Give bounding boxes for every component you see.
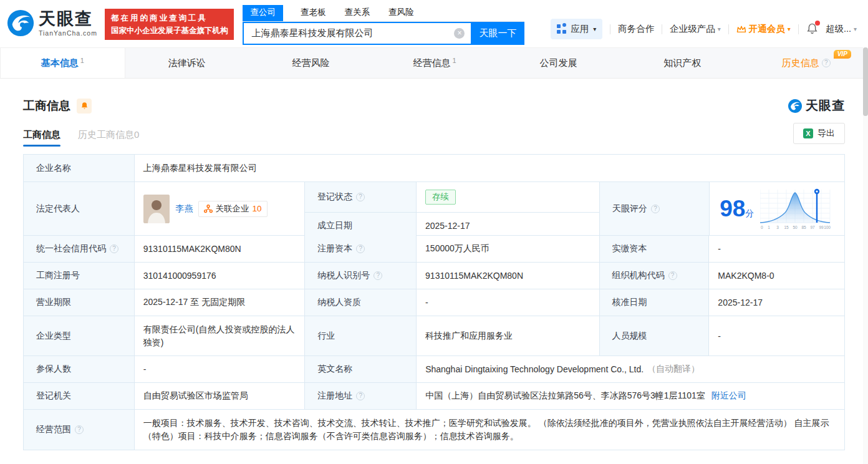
field-label: 营业期限	[24, 289, 135, 316]
tianyancha-logo[interactable]: 天眼查 TianYanCha.com	[6, 9, 97, 37]
watermark-text: 天眼查	[806, 97, 845, 114]
subscribe-bell-icon[interactable]	[77, 99, 92, 114]
top-header: 天眼查 TianYanCha.com 都在用的商业查询工具 国家中小企业发展子基…	[0, 0, 868, 47]
taxpayer-id-value: 91310115MAK2KQM80N	[417, 263, 600, 289]
related-count: 10	[253, 204, 262, 213]
taxpayer-quality-value: -	[417, 289, 600, 316]
field-label: 登记机关	[24, 383, 135, 409]
search-tab-risk[interactable]: 查风险	[387, 5, 415, 21]
field-label: 核准日期	[600, 289, 710, 316]
apps-grid-icon	[557, 24, 566, 34]
tab-intellectual-property[interactable]: 知识产权	[620, 48, 745, 78]
tab-operation-risk[interactable]: 经营风险	[249, 48, 373, 78]
tab-operation-info[interactable]: 经营信息1	[373, 48, 497, 78]
paid-capital-value: -	[709, 236, 844, 262]
business-info-table: 企业名称 上海鼎泰星科技发展有限公司 法定代表人 李燕	[23, 154, 845, 450]
header-nav: 应用 ▾ 商务合作 企业级产品 ▾ 开通会员 ▾ 超级... ▾	[551, 19, 857, 39]
legal-rep-avatar[interactable]	[143, 195, 170, 223]
svg-text:3: 3	[777, 225, 779, 230]
nav-open-vip[interactable]: 开通会员 ▾	[736, 23, 791, 35]
table-row: 企业名称 上海鼎泰星科技发展有限公司	[24, 155, 844, 182]
nearby-companies-link[interactable]: 附近公司	[711, 390, 746, 402]
field-label: 注册地址?	[305, 383, 417, 409]
vip-badge: VIP	[834, 50, 851, 59]
field-label: 行业	[305, 316, 417, 355]
chevron-down-icon: ▾	[788, 26, 791, 32]
help-icon[interactable]: ?	[110, 244, 118, 253]
scrollbar-thumb[interactable]	[863, 47, 868, 116]
company-name-value: 上海鼎泰星科技发展有限公司	[135, 155, 844, 181]
help-icon[interactable]: ?	[651, 205, 660, 213]
org-chart-icon	[204, 205, 213, 213]
field-label: 组织机构代码?	[600, 263, 710, 289]
svg-text:100: 100	[824, 225, 831, 230]
company-tabbar: 基本信息1 法律诉讼 经营风险 经营信息1 公司发展 知识产权 VIP 历史信息…	[0, 47, 868, 79]
help-icon[interactable]: ?	[356, 244, 365, 253]
crown-icon	[736, 25, 746, 34]
company-type-value: 有限责任公司(自然人投资或控股的法人独资)	[135, 316, 306, 355]
subtab-history-business-info[interactable]: 历史工商信息0	[78, 129, 139, 147]
tab-count: 1	[80, 57, 84, 64]
table-row: 登记机关 自由贸易试验区市场监管局 注册地址? 中国（上海）自由贸易试验区法拉第…	[24, 383, 844, 410]
search-tab-company[interactable]: 查公司	[243, 5, 283, 21]
help-icon[interactable]: ?	[75, 425, 84, 434]
field-label: 法定代表人	[24, 182, 135, 235]
promo-line2: 国家中小企业发展子基金旗下机构	[111, 24, 228, 37]
svg-text:0: 0	[761, 225, 763, 230]
field-label: 纳税人资质	[305, 289, 417, 316]
nav-enterprise[interactable]: 企业级产品 ▾	[670, 23, 721, 35]
table-row: 参保人数 - 英文名称 Shanghai Dingtaixing Technol…	[24, 356, 844, 383]
help-icon[interactable]: ?	[374, 271, 382, 280]
field-label: 人员规模	[600, 316, 710, 355]
approval-date-value: 2025-12-17	[709, 289, 844, 316]
legal-rep-cell: 李燕 关联企业 10	[135, 182, 305, 235]
help-icon[interactable]: ?	[356, 392, 365, 400]
field-label: 统一社会信用代码?	[24, 236, 135, 262]
help-icon[interactable]: ?	[668, 271, 677, 280]
apps-label: 应用	[571, 23, 589, 35]
notification-bell-icon[interactable]	[806, 22, 818, 36]
score-cell: 98分	[710, 182, 844, 235]
nav-cooperation[interactable]: 商务合作	[618, 23, 654, 35]
related-companies-badge[interactable]: 关联企业 10	[198, 201, 268, 217]
export-button[interactable]: X 导出	[793, 123, 845, 144]
chevron-down-icon: ▾	[854, 26, 857, 32]
tab-history-info[interactable]: VIP 历史信息 ?	[744, 48, 868, 78]
svg-text:1: 1	[768, 225, 771, 230]
excel-icon: X	[803, 128, 813, 138]
section-title: 工商信息	[23, 98, 70, 114]
reg-capital-value: 150000万人民币	[417, 236, 600, 262]
table-row: 工商注册号 310141000959176 纳税人识别号? 91310115MA…	[24, 263, 844, 289]
search-tabs: 查公司 查老板 查关系 查风险	[243, 5, 524, 22]
promo-line1: 都在用的商业查询工具	[111, 12, 228, 24]
address-value: 中国（上海）自由贸易试验区法拉第路56号、李冰路576号3幢1层1101室 附近…	[417, 383, 844, 409]
page-scrollbar[interactable]	[863, 47, 868, 464]
reg-number-value: 310141000959176	[135, 263, 306, 289]
notification-dot	[815, 21, 820, 26]
staff-size-value: -	[709, 316, 844, 355]
apps-menu[interactable]: 应用 ▾	[551, 19, 602, 39]
field-label: 参保人数	[24, 356, 135, 382]
status-badge: 存续	[425, 190, 456, 205]
field-label: 英文名称	[305, 356, 417, 382]
establish-date-value: 2025-12-17	[417, 213, 600, 239]
tianyancha-eye-icon	[6, 9, 35, 37]
legal-rep-link[interactable]: 李燕	[176, 203, 193, 215]
business-term-value: 2025-12-17 至 无固定期限	[135, 289, 306, 316]
search-input[interactable]	[243, 22, 471, 45]
nav-super-vip[interactable]: 超级... ▾	[826, 23, 857, 35]
help-icon[interactable]: ?	[356, 193, 365, 201]
svg-text:15: 15	[784, 225, 789, 230]
search-tab-relation[interactable]: 查关系	[343, 5, 371, 21]
tab-legal[interactable]: 法律诉讼	[125, 48, 249, 78]
tab-count: 1	[452, 57, 456, 64]
help-icon[interactable]: ?	[822, 59, 831, 67]
subtab-business-info[interactable]: 工商信息	[23, 129, 60, 147]
tab-company-development[interactable]: 公司发展	[496, 48, 620, 78]
tab-basic-info[interactable]: 基本信息1	[0, 48, 125, 78]
insured-value: -	[135, 356, 306, 382]
field-label: 工商注册号	[24, 263, 135, 289]
search-tab-boss[interactable]: 查老板	[299, 5, 327, 21]
search-button[interactable]: 天眼一下	[471, 22, 524, 45]
main-content: 工商信息 天眼查 工商信息 历史工商信息0 X 导出	[0, 97, 868, 450]
